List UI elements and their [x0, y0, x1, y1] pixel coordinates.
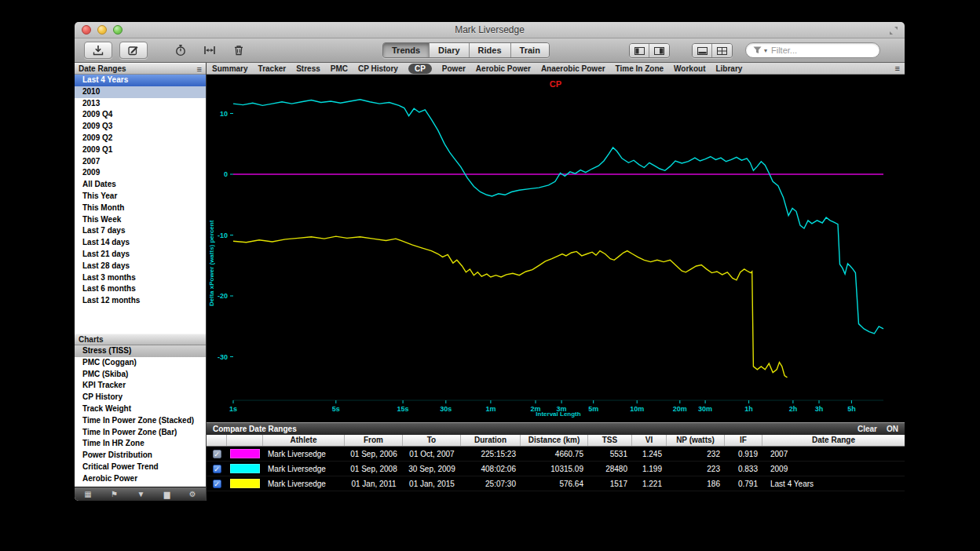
fullscreen-icon[interactable] [889, 26, 898, 35]
zoom-button[interactable] [113, 25, 122, 35]
stopwatch-button[interactable] [170, 42, 192, 59]
trash-icon [232, 44, 245, 57]
row-checkbox[interactable]: ✓ [213, 465, 221, 473]
intervals-icon [203, 44, 217, 57]
title-bar[interactable]: Mark Liversedge [75, 22, 905, 38]
cell-duration: 225:15:23 [461, 450, 521, 458]
toggle-grid-view-button[interactable] [712, 44, 732, 57]
main-tab-anaerobic-power[interactable]: Anaerobic Power [541, 64, 605, 74]
date-ranges-menu-icon[interactable]: ≡ [197, 64, 202, 74]
date-range-item-2009-q3[interactable]: 2009 Q3 [75, 121, 206, 133]
close-button[interactable] [82, 25, 91, 35]
clear-button[interactable]: Clear [858, 425, 877, 433]
save-button[interactable] [84, 42, 112, 59]
date-range-item-last-28-days[interactable]: Last 28 days [75, 261, 206, 272]
date-range-item-2009-q2[interactable]: 2009 Q2 [75, 133, 206, 144]
filter-caret-icon[interactable]: ▾ [764, 47, 767, 54]
main-tab-summary[interactable]: Summary [212, 64, 248, 74]
chart-icon[interactable]: ▆ [164, 487, 170, 502]
date-range-item-last-12-months[interactable]: Last 12 months [75, 295, 206, 307]
checkbox-cell: ✓ [207, 480, 227, 488]
tab-bar-menu-icon[interactable]: ≡ [895, 64, 900, 73]
date-range-item-last-4-years[interactable]: Last 4 Years [75, 75, 206, 86]
view-tab-trends[interactable]: Trends [383, 43, 430, 57]
calendar-icon[interactable]: ▦ [84, 487, 91, 502]
chart-item-cp-history[interactable]: CP History [75, 392, 206, 403]
cell-from: 01 Sep, 2006 [345, 450, 403, 458]
chart-item-time-in-power-zone-stacked[interactable]: Time In Power Zone (Stacked) [75, 415, 206, 427]
settings-icon[interactable]: ⚙ [189, 487, 196, 502]
cell-date-range: 2009 [762, 465, 905, 473]
column-header-to: To [403, 435, 461, 446]
toggle-right-sidebar-button[interactable] [649, 44, 669, 57]
date-range-item-this-month[interactable]: This Month [75, 203, 206, 214]
toggle-left-sidebar-button[interactable] [630, 44, 649, 57]
date-range-item-this-week[interactable]: This Week [75, 214, 206, 226]
minimize-button[interactable] [97, 25, 107, 35]
chart-item-power-distribution[interactable]: Power Distribution [75, 450, 206, 462]
svg-text:10: 10 [220, 110, 228, 118]
cell-to: 01 Jan, 2015 [403, 480, 461, 488]
date-range-item-2013[interactable]: 2013 [75, 98, 206, 110]
chart-item-pmc-coggan[interactable]: PMC (Coggan) [75, 357, 206, 369]
date-range-item-2009[interactable]: 2009 [75, 167, 206, 179]
cell-from: 01 Sep, 2008 [345, 465, 403, 473]
main-tab-library[interactable]: Library [715, 64, 742, 74]
main-tab-aerobic-power[interactable]: Aerobic Power [476, 64, 531, 74]
color-swatch [230, 449, 260, 458]
compare-on-toggle[interactable]: ON [887, 425, 898, 433]
view-tab-rides[interactable]: Rides [470, 43, 511, 57]
chart-item-pmc-skiba[interactable]: PMC (Skiba) [75, 369, 206, 381]
cell-date-range: Last 4 Years [762, 480, 905, 488]
window-title: Mark Liversedge [75, 22, 905, 38]
cell-distance: 10315.09 [521, 465, 588, 473]
cp-chart[interactable]: 100-10-20-301s5s15s30s1m2m3m5m10m20m30m1… [207, 75, 905, 422]
main-toolbar: TrendsDiaryRidesTrain [75, 38, 905, 63]
bookmark-icon[interactable]: ⚑ [111, 487, 118, 502]
cell-if: 0.833 [725, 465, 762, 473]
date-range-item-last-14-days[interactable]: Last 14 days [75, 237, 206, 249]
main-tab-pmc[interactable]: PMC [331, 64, 348, 74]
chart-item-kpi-tracker[interactable]: KPI Tracker [75, 380, 206, 392]
main-tab-power[interactable]: Power [442, 64, 466, 74]
date-range-item-last-3-months[interactable]: Last 3 months [75, 272, 206, 284]
cell-athlete: Mark Liversedge [263, 480, 345, 488]
filter-icon[interactable]: ▼ [137, 487, 144, 502]
charts-header-label: Charts [79, 335, 104, 344]
intervals-button[interactable] [199, 42, 221, 59]
main-tab-stress[interactable]: Stress [296, 64, 320, 74]
date-range-item-2010[interactable]: 2010 [75, 86, 206, 98]
filter-field[interactable]: ▾ Filter... [745, 42, 880, 58]
chart-item-aerobic-power[interactable]: Aerobic Power [75, 473, 206, 485]
main-tab-cp[interactable]: CP [408, 64, 432, 74]
edit-button[interactable] [119, 42, 148, 59]
date-range-item-all-dates[interactable]: All Dates [75, 179, 206, 191]
sidebar-spacer [75, 307, 206, 334]
date-range-item-2009-q4[interactable]: 2009 Q4 [75, 109, 206, 121]
toggle-bottom-panel-button[interactable] [693, 44, 712, 57]
row-checkbox[interactable]: ✓ [213, 450, 221, 458]
trash-button[interactable] [228, 42, 250, 59]
chart-item-time-in-hr-zone[interactable]: Time In HR Zone [75, 438, 206, 450]
column-header-tss: TSS [588, 435, 632, 446]
date-range-item-this-year[interactable]: This Year [75, 191, 206, 203]
date-range-item-last-7-days[interactable]: Last 7 days [75, 225, 206, 237]
view-tab-train[interactable]: Train [511, 43, 549, 57]
chart-item-time-in-power-zone-bar[interactable]: Time In Power Zone (Bar) [75, 427, 206, 439]
cp-chart-svg[interactable]: 100-10-20-301s5s15s30s1m2m3m5m10m20m30m1… [207, 75, 905, 422]
main-tab-tracker[interactable]: Tracker [258, 64, 287, 74]
chart-item-critical-power-trend[interactable]: Critical Power Trend [75, 462, 206, 473]
date-range-item-2009-q1[interactable]: 2009 Q1 [75, 144, 206, 156]
date-range-item-last-21-days[interactable]: Last 21 days [75, 249, 206, 261]
main-tab-cp-history[interactable]: CP History [358, 64, 398, 74]
chart-item-stress-tiss[interactable]: Stress (TISS) [75, 345, 206, 357]
date-range-item-last-6-months[interactable]: Last 6 months [75, 283, 206, 295]
main-tab-workout[interactable]: Workout [674, 64, 705, 74]
date-ranges-list: Last 4 Years201020132009 Q42009 Q32009 Q… [75, 75, 206, 307]
row-checkbox[interactable]: ✓ [213, 480, 221, 488]
date-range-item-2007[interactable]: 2007 [75, 156, 206, 168]
main-tab-time-in-zone[interactable]: Time In Zone [616, 64, 664, 74]
chart-item-track-weight[interactable]: Track Weight [75, 403, 206, 415]
grid-view-icon [717, 47, 727, 55]
view-tab-diary[interactable]: Diary [430, 43, 470, 57]
